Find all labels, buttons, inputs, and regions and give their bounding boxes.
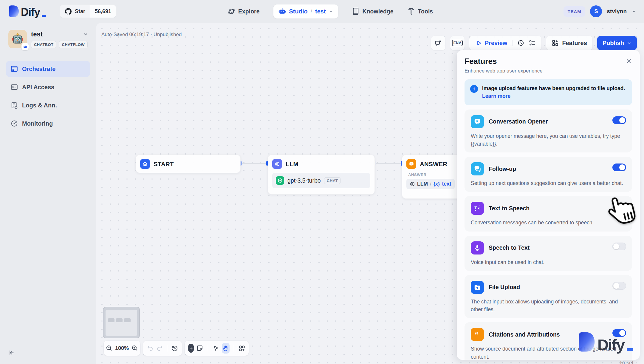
features-panel: Features Enhance web app user experience…: [457, 50, 640, 360]
sidebar-item-logs[interactable]: Logs & Ann.: [6, 97, 90, 113]
nav-studio-breadcrumb[interactable]: Studio / test: [273, 4, 338, 18]
feature-card-speech-to-text[interactable]: Speech to Text Voice input can be used i…: [465, 236, 632, 271]
add-node-button[interactable]: [188, 344, 194, 353]
watermark-text: Dify: [597, 338, 624, 352]
dify-studio-app: Dify Star 56,691 Explore Studio / test: [0, 0, 644, 364]
app-card[interactable]: test CHATBOT CHATFLOW: [0, 23, 96, 48]
undo-icon[interactable]: [146, 343, 154, 354]
chatflow-type-badge-icon: [21, 43, 29, 50]
follow-up-toggle[interactable]: [612, 164, 626, 171]
logs-icon: [10, 101, 18, 109]
publish-button-label: Publish: [603, 40, 624, 47]
node-title: ANSWER: [420, 161, 447, 168]
env-icon: ENV: [452, 40, 463, 46]
llm-model-selector[interactable]: gpt-3.5-turbo CHAT: [272, 173, 370, 188]
sidebar-item-label: Monitoring: [22, 120, 53, 127]
nav-knowledge[interactable]: Knowledge: [352, 7, 394, 15]
edge-llm-answer: [376, 163, 401, 164]
publish-button[interactable]: Publish: [597, 36, 637, 50]
answer-variable-ref[interactable]: LLM / {x} text: [406, 179, 455, 189]
dify-logo-mark-icon: [578, 332, 595, 352]
nav-tools[interactable]: Tools: [407, 7, 433, 15]
feature-card-file-upload[interactable]: File Upload The chat input box allows up…: [465, 275, 632, 318]
zoom-level[interactable]: 100%: [114, 345, 130, 351]
breadcrumb-separator: /: [311, 8, 312, 15]
orchestrate-icon: [10, 65, 18, 73]
chevron-down-icon[interactable]: [83, 32, 88, 37]
svg-text:“: “: [475, 331, 479, 338]
collapse-sidebar-icon[interactable]: [7, 349, 15, 357]
play-icon: [476, 40, 482, 46]
pointer-mode-icon[interactable]: [212, 343, 220, 354]
brain-llm-icon: [272, 159, 282, 169]
user-avatar[interactable]: S: [590, 5, 602, 17]
github-octocat-icon: [64, 7, 72, 15]
minimap-node: [108, 318, 114, 322]
chevron-down-icon[interactable]: [631, 9, 636, 14]
sidebar-item-label: Logs & Ann.: [22, 102, 57, 109]
feature-card-text-to-speech[interactable]: T Text to Speech Conversation messages c…: [465, 196, 632, 231]
redo-icon[interactable]: [155, 343, 163, 354]
organize-nodes-icon[interactable]: [238, 343, 246, 354]
nav-knowledge-label: Knowledge: [363, 8, 394, 15]
sidebar-item-api-access[interactable]: API Access: [6, 79, 90, 95]
variable-inspect-button[interactable]: [431, 36, 445, 50]
citations-icon: “: [471, 328, 484, 341]
feature-title: Follow-up: [489, 166, 516, 172]
feature-description: The chat input box allows uploading of i…: [471, 298, 625, 314]
zoom-in-icon[interactable]: [131, 343, 138, 354]
chevron-down-icon[interactable]: [329, 9, 333, 14]
nav-explore[interactable]: Explore: [227, 7, 260, 15]
answer-bubble-check-icon: [406, 159, 416, 169]
breadcrumb-app-name[interactable]: test: [315, 8, 326, 15]
minimap-node: [124, 318, 131, 322]
divider: [513, 40, 513, 46]
zoom-out-icon[interactable]: [106, 343, 113, 354]
model-mode-badge: CHAT: [324, 177, 341, 184]
preview-button[interactable]: Preview: [473, 40, 510, 47]
file-upload-toggle[interactable]: [612, 282, 626, 290]
speech-to-text-toggle[interactable]: [612, 243, 626, 250]
env-variables-button[interactable]: ENV: [450, 36, 465, 50]
divider: [208, 345, 208, 351]
change-history-icon[interactable]: [171, 343, 179, 354]
checklist-button[interactable]: [527, 37, 538, 49]
features-button[interactable]: Features: [546, 36, 592, 50]
conversation-opener-toggle[interactable]: [612, 116, 626, 124]
add-note-icon[interactable]: [196, 343, 204, 354]
run-history-button[interactable]: [515, 37, 527, 49]
autosave-status: Auto-Saved 06:19:17 · Unpublished: [101, 32, 182, 38]
logo-underscore: [42, 15, 46, 17]
chat-variable-icon: [434, 39, 442, 47]
ref-separator: /: [430, 181, 431, 187]
explore-planet-icon: [227, 7, 235, 15]
text-to-speech-toggle[interactable]: [612, 203, 626, 211]
canvas-minimap[interactable]: [103, 307, 140, 338]
github-star-label: Star: [75, 8, 85, 15]
learn-more-link[interactable]: Learn more: [482, 92, 625, 100]
feature-card-conversation-opener[interactable]: Conversation Opener Write your opener me…: [465, 109, 632, 153]
github-star-count: 56,691: [90, 5, 116, 18]
sidebar-item-orchestrate[interactable]: Orchestrate: [6, 61, 90, 77]
close-icon[interactable]: [626, 58, 632, 64]
github-star-widget[interactable]: Star 56,691: [60, 5, 116, 18]
hand-mode-icon[interactable]: [222, 343, 230, 354]
top-nav: Dify Star 56,691 Explore Studio / test: [0, 0, 644, 23]
node-start[interactable]: START: [136, 155, 241, 173]
reset-flow-label[interactable]: Reset Flow: [620, 360, 644, 364]
feature-card-follow-up[interactable]: Follow-up Setting up next questions sugg…: [465, 157, 632, 192]
feature-title: Conversation Opener: [489, 118, 548, 125]
feature-title: Speech to Text: [489, 244, 530, 251]
follow-up-icon: [471, 162, 484, 175]
sidebar-item-monitoring[interactable]: Monitoring: [6, 115, 90, 132]
feature-title: Text to Speech: [489, 205, 530, 212]
panel-subtitle: Enhance web app user experience: [465, 68, 632, 74]
conversation-opener-icon: [471, 115, 484, 128]
node-llm[interactable]: LLM gpt-3.5-turbo CHAT: [268, 155, 375, 195]
user-name[interactable]: stvlynn: [607, 8, 627, 15]
node-title: START: [154, 161, 174, 168]
workspace-badge[interactable]: TEAM: [564, 6, 586, 17]
monitoring-gauge-icon: [10, 120, 18, 127]
dify-logo[interactable]: Dify: [9, 5, 46, 18]
upgrade-banner: i Image upload features have been upgrad…: [465, 79, 632, 105]
